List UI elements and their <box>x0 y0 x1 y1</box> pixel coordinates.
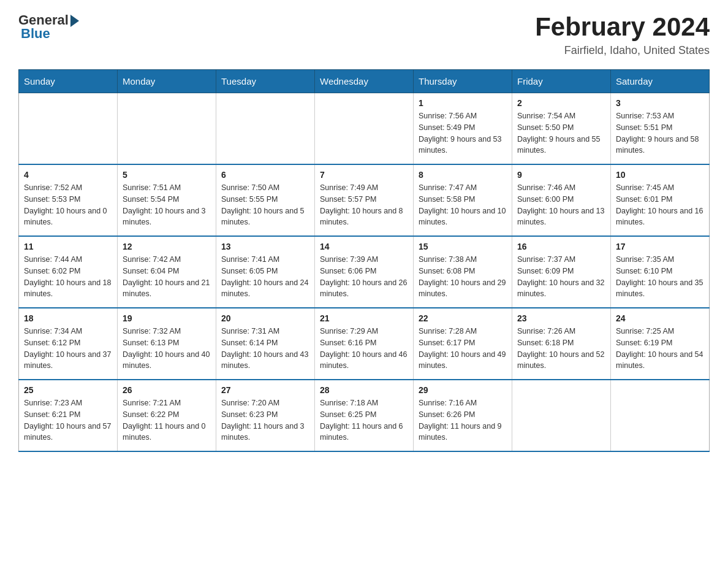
calendar-cell: 11Sunrise: 7:44 AMSunset: 6:02 PMDayligh… <box>19 236 118 308</box>
day-info: Sunrise: 7:20 AMSunset: 6:23 PMDaylight:… <box>221 397 309 443</box>
calendar-cell: 25Sunrise: 7:23 AMSunset: 6:21 PMDayligh… <box>19 380 118 451</box>
calendar-cell: 10Sunrise: 7:45 AMSunset: 6:01 PMDayligh… <box>611 164 710 236</box>
logo-arrow-icon <box>70 15 79 27</box>
calendar-week-5: 25Sunrise: 7:23 AMSunset: 6:21 PMDayligh… <box>19 380 710 451</box>
day-header-row: SundayMondayTuesdayWednesdayThursdayFrid… <box>19 70 710 93</box>
logo: General Blue <box>18 12 79 42</box>
day-header-friday: Friday <box>512 70 611 93</box>
day-number: 28 <box>320 385 408 395</box>
day-number: 18 <box>24 313 112 323</box>
calendar-cell: 29Sunrise: 7:16 AMSunset: 6:26 PMDayligh… <box>414 380 512 451</box>
day-number: 27 <box>221 385 309 395</box>
calendar-cell: 9Sunrise: 7:46 AMSunset: 6:00 PMDaylight… <box>512 164 611 236</box>
calendar-week-2: 4Sunrise: 7:52 AMSunset: 5:53 PMDaylight… <box>19 164 710 236</box>
day-number: 3 <box>616 98 704 108</box>
day-info: Sunrise: 7:23 AMSunset: 6:21 PMDaylight:… <box>24 397 112 443</box>
day-header-thursday: Thursday <box>414 70 512 93</box>
calendar-week-3: 11Sunrise: 7:44 AMSunset: 6:02 PMDayligh… <box>19 236 710 308</box>
calendar-cell: 22Sunrise: 7:28 AMSunset: 6:17 PMDayligh… <box>414 308 512 380</box>
day-info: Sunrise: 7:28 AMSunset: 6:17 PMDaylight:… <box>419 326 507 372</box>
day-info: Sunrise: 7:50 AMSunset: 5:55 PMDaylight:… <box>221 182 309 228</box>
calendar-cell: 13Sunrise: 7:41 AMSunset: 6:05 PMDayligh… <box>216 236 315 308</box>
day-number: 16 <box>517 242 605 251</box>
day-info: Sunrise: 7:46 AMSunset: 6:00 PMDaylight:… <box>517 182 605 228</box>
calendar-cell: 3Sunrise: 7:53 AMSunset: 5:51 PMDaylight… <box>611 93 710 165</box>
calendar-table: SundayMondayTuesdayWednesdayThursdayFrid… <box>18 69 710 452</box>
day-number: 23 <box>517 313 605 323</box>
day-number: 11 <box>24 242 112 251</box>
day-number: 5 <box>123 170 211 180</box>
calendar-cell: 4Sunrise: 7:52 AMSunset: 5:53 PMDaylight… <box>19 164 118 236</box>
day-info: Sunrise: 7:47 AMSunset: 5:58 PMDaylight:… <box>419 182 507 228</box>
day-info: Sunrise: 7:16 AMSunset: 6:26 PMDaylight:… <box>419 397 507 443</box>
calendar-cell: 5Sunrise: 7:51 AMSunset: 5:54 PMDaylight… <box>118 164 216 236</box>
day-number: 8 <box>419 170 507 180</box>
day-info: Sunrise: 7:42 AMSunset: 6:04 PMDaylight:… <box>123 254 211 300</box>
day-info: Sunrise: 7:21 AMSunset: 6:22 PMDaylight:… <box>123 397 211 443</box>
day-info: Sunrise: 7:54 AMSunset: 5:50 PMDaylight:… <box>517 110 605 156</box>
day-number: 9 <box>517 170 605 180</box>
day-number: 13 <box>221 242 309 251</box>
day-info: Sunrise: 7:26 AMSunset: 6:18 PMDaylight:… <box>517 326 605 372</box>
day-info: Sunrise: 7:35 AMSunset: 6:10 PMDaylight:… <box>616 254 704 300</box>
day-info: Sunrise: 7:31 AMSunset: 6:14 PMDaylight:… <box>221 326 309 372</box>
calendar-cell: 26Sunrise: 7:21 AMSunset: 6:22 PMDayligh… <box>118 380 216 451</box>
day-info: Sunrise: 7:39 AMSunset: 6:06 PMDaylight:… <box>320 254 408 300</box>
day-number: 4 <box>24 170 112 180</box>
calendar-cell: 15Sunrise: 7:38 AMSunset: 6:08 PMDayligh… <box>414 236 512 308</box>
calendar-header: SundayMondayTuesdayWednesdayThursdayFrid… <box>19 70 710 93</box>
calendar-cell: 7Sunrise: 7:49 AMSunset: 5:57 PMDaylight… <box>315 164 414 236</box>
day-number: 10 <box>616 170 704 180</box>
day-number: 21 <box>320 313 408 323</box>
calendar-cell: 20Sunrise: 7:31 AMSunset: 6:14 PMDayligh… <box>216 308 315 380</box>
day-header-saturday: Saturday <box>611 70 710 93</box>
day-header-tuesday: Tuesday <box>216 70 315 93</box>
day-info: Sunrise: 7:41 AMSunset: 6:05 PMDaylight:… <box>221 254 309 300</box>
calendar-cell <box>19 93 118 165</box>
day-number: 2 <box>517 98 605 108</box>
day-number: 1 <box>419 98 507 108</box>
day-number: 20 <box>221 313 309 323</box>
day-info: Sunrise: 7:44 AMSunset: 6:02 PMDaylight:… <box>24 254 112 300</box>
day-number: 19 <box>123 313 211 323</box>
calendar-cell: 18Sunrise: 7:34 AMSunset: 6:12 PMDayligh… <box>19 308 118 380</box>
calendar-cell: 14Sunrise: 7:39 AMSunset: 6:06 PMDayligh… <box>315 236 414 308</box>
day-info: Sunrise: 7:37 AMSunset: 6:09 PMDaylight:… <box>517 254 605 300</box>
day-info: Sunrise: 7:34 AMSunset: 6:12 PMDaylight:… <box>24 326 112 372</box>
day-number: 6 <box>221 170 309 180</box>
day-info: Sunrise: 7:25 AMSunset: 6:19 PMDaylight:… <box>616 326 704 372</box>
calendar-cell <box>611 380 710 451</box>
logo-blue-text: Blue <box>21 26 50 42</box>
day-header-monday: Monday <box>118 70 216 93</box>
calendar-cell: 6Sunrise: 7:50 AMSunset: 5:55 PMDaylight… <box>216 164 315 236</box>
day-info: Sunrise: 7:45 AMSunset: 6:01 PMDaylight:… <box>616 182 704 228</box>
calendar-week-1: 1Sunrise: 7:56 AMSunset: 5:49 PMDaylight… <box>19 93 710 165</box>
calendar-cell <box>216 93 315 165</box>
day-number: 29 <box>419 385 507 395</box>
page-header: General Blue February 2024 Fairfield, Id… <box>18 12 710 57</box>
day-number: 17 <box>616 242 704 251</box>
day-info: Sunrise: 7:32 AMSunset: 6:13 PMDaylight:… <box>123 326 211 372</box>
calendar-cell: 17Sunrise: 7:35 AMSunset: 6:10 PMDayligh… <box>611 236 710 308</box>
day-info: Sunrise: 7:52 AMSunset: 5:53 PMDaylight:… <box>24 182 112 228</box>
calendar-week-4: 18Sunrise: 7:34 AMSunset: 6:12 PMDayligh… <box>19 308 710 380</box>
day-info: Sunrise: 7:38 AMSunset: 6:08 PMDaylight:… <box>419 254 507 300</box>
day-number: 26 <box>123 385 211 395</box>
location-text: Fairfield, Idaho, United States <box>535 44 710 57</box>
day-info: Sunrise: 7:56 AMSunset: 5:49 PMDaylight:… <box>419 110 507 156</box>
calendar-cell: 8Sunrise: 7:47 AMSunset: 5:58 PMDaylight… <box>414 164 512 236</box>
calendar-cell <box>118 93 216 165</box>
calendar-cell: 27Sunrise: 7:20 AMSunset: 6:23 PMDayligh… <box>216 380 315 451</box>
calendar-cell: 28Sunrise: 7:18 AMSunset: 6:25 PMDayligh… <box>315 380 414 451</box>
calendar-cell <box>512 380 611 451</box>
calendar-cell: 1Sunrise: 7:56 AMSunset: 5:49 PMDaylight… <box>414 93 512 165</box>
calendar-cell <box>315 93 414 165</box>
calendar-cell: 23Sunrise: 7:26 AMSunset: 6:18 PMDayligh… <box>512 308 611 380</box>
calendar-cell: 21Sunrise: 7:29 AMSunset: 6:16 PMDayligh… <box>315 308 414 380</box>
calendar-cell: 16Sunrise: 7:37 AMSunset: 6:09 PMDayligh… <box>512 236 611 308</box>
day-number: 15 <box>419 242 507 251</box>
day-number: 14 <box>320 242 408 251</box>
day-number: 24 <box>616 313 704 323</box>
day-info: Sunrise: 7:29 AMSunset: 6:16 PMDaylight:… <box>320 326 408 372</box>
day-number: 25 <box>24 385 112 395</box>
